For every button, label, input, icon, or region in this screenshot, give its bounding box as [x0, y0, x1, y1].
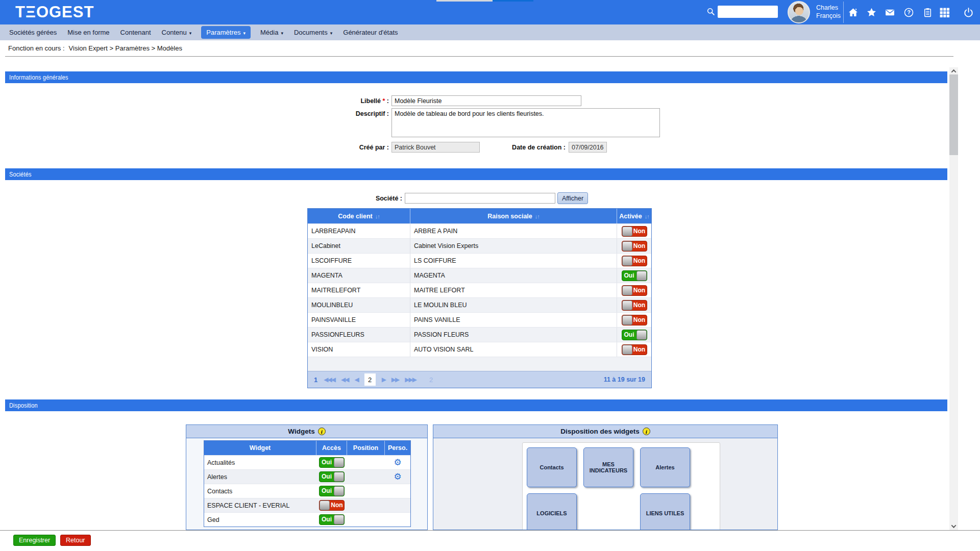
star-icon[interactable] [866, 7, 877, 18]
widget-box-label: LOGICIELS [536, 510, 567, 516]
page-forward-control[interactable]: ▶▶ [391, 376, 399, 383]
toggle-off[interactable]: Non [622, 226, 647, 237]
pagination-range: 11 à 19 sur 19 [604, 376, 645, 383]
page-back-control[interactable]: ◀◀◀ [324, 376, 335, 383]
toggle-off[interactable]: Non [622, 285, 647, 296]
widget-position-cell [347, 470, 385, 484]
toggle-off[interactable]: Non [622, 300, 647, 311]
widget-box-liens-utiles[interactable]: LIENS UTILES [640, 493, 690, 530]
nav-item-mise-en-forme[interactable]: Mise en forme [66, 26, 110, 39]
info-icon[interactable]: i [318, 428, 326, 435]
help-icon[interactable]: ? [903, 7, 914, 18]
widget-box-alertes[interactable]: Alertes [640, 447, 690, 487]
page-forward-control[interactable]: ▶▶▶ [405, 376, 416, 383]
current-page: 2 [364, 373, 376, 386]
widget-perso-cell [385, 513, 410, 527]
gear-icon[interactable]: ⚙ [394, 472, 401, 481]
descriptif-textarea[interactable]: Modèle de tableau de bord pour les clien… [391, 108, 660, 137]
widget-name-cell: ESPACE CLIENT - EVERIAL [204, 498, 316, 512]
toggle-on[interactable]: Oui [319, 486, 345, 496]
column-header-code-client[interactable]: Code client↓↑ [308, 209, 410, 223]
section-header-informations-generales: Informations générales [5, 71, 947, 83]
scrollbar-thumb[interactable] [949, 74, 958, 155]
avatar[interactable] [788, 1, 810, 23]
toggle-label: Non [632, 241, 647, 251]
toggle-label: Non [632, 300, 647, 310]
sort-icon[interactable]: ↓↑ [375, 213, 380, 219]
activee-cell: Non [617, 254, 651, 268]
toggle-off[interactable]: Non [622, 256, 647, 266]
apps-grid-icon[interactable] [939, 7, 950, 18]
toggle-on[interactable]: Oui [319, 457, 345, 468]
libelle-input[interactable] [391, 95, 581, 106]
toggle-off[interactable]: Non [622, 241, 647, 252]
toggle-on[interactable]: Oui [622, 270, 647, 281]
user-name[interactable]: Charles François [816, 4, 841, 20]
scrollbar-up-button[interactable] [949, 67, 958, 75]
activee-cell: Non [617, 283, 651, 297]
nav-item-generateur-d-etats[interactable]: Générateur d'états [342, 26, 399, 39]
gear-icon[interactable]: ⚙ [394, 458, 401, 467]
toggle-on[interactable]: Oui [319, 471, 345, 482]
column-header-label: Raison sociale [487, 213, 532, 220]
back-button[interactable]: Retour [60, 535, 91, 546]
activee-cell: Oui [617, 328, 651, 342]
toggle-label: Non [330, 500, 344, 510]
toggle-knob [622, 300, 632, 310]
table-row: LARBREAPAINARBRE A PAINNon [308, 223, 651, 238]
app-logo[interactable]: TΞOGEST [15, 3, 94, 21]
nav-item-documents[interactable]: Documents▾ [293, 26, 333, 39]
power-icon[interactable] [963, 7, 974, 18]
widget-box-logiciels[interactable]: LOGICIELS [527, 493, 577, 530]
toggle-on[interactable]: Oui [622, 330, 647, 340]
widget-row: ActualitésOui⚙ [204, 455, 410, 469]
column-header-activee[interactable]: Activée↓↑ [617, 209, 651, 223]
widget-row: AlertesOui⚙ [204, 469, 410, 484]
sort-icon[interactable]: ↓↑ [535, 213, 540, 219]
search-input[interactable] [718, 6, 778, 18]
nav-item-parametres[interactable]: Paramètres▾ [201, 26, 251, 39]
widget-acces-cell: Oui [316, 513, 347, 527]
page-back-control[interactable]: ◀◀ [341, 376, 348, 383]
nav-item-label: Documents [294, 29, 328, 36]
page-forward-control[interactable]: ▶ [382, 376, 385, 383]
widget-box-mes-indicateurs[interactable]: MES INDICATEURS [583, 447, 633, 487]
page-back-control[interactable]: ◀ [354, 376, 358, 383]
toggle-knob [334, 486, 344, 496]
nav-item-media[interactable]: Média▾ [259, 26, 284, 39]
activee-cell: Non [617, 342, 651, 357]
toggle-label: Oui [320, 515, 334, 524]
widgets-table-header: WidgetAccèsPositionPerso. [204, 441, 410, 455]
toggle-off[interactable]: Non [319, 500, 345, 511]
notes-icon[interactable] [922, 7, 933, 18]
scrollbar-down-button[interactable] [949, 522, 958, 530]
sort-icon[interactable]: ↓↑ [645, 213, 649, 219]
afficher-button[interactable]: Afficher [557, 192, 588, 204]
nav-item-contenant[interactable]: Contenant [119, 26, 152, 39]
widget-box-contacts[interactable]: Contacts [527, 447, 577, 487]
save-button[interactable]: Enregistrer [13, 535, 56, 546]
column-header-raison-sociale[interactable]: Raison sociale↓↑ [410, 209, 617, 223]
toggle-knob [334, 458, 344, 467]
societe-filter-input[interactable] [405, 193, 555, 204]
toggle-label: Non [632, 227, 647, 236]
nav-item-contenu[interactable]: Contenu▾ [161, 26, 193, 39]
page-first[interactable]: 1 [314, 376, 317, 384]
widgets-table: WidgetAccèsPositionPerso. ActualitésOui⚙… [204, 440, 411, 527]
page-last[interactable]: 2 [429, 376, 433, 384]
societe-filter-label: Société : [332, 195, 402, 202]
table-row: MOULINBLEULE MOULIN BLEUNon [308, 297, 651, 312]
mail-icon[interactable] [884, 7, 895, 18]
code-client-cell: LeCabinet [308, 239, 410, 253]
societes-table-header: Code client↓↑Raison sociale↓↑Activée↓↑ [308, 209, 651, 223]
widget-position-cell [347, 498, 385, 512]
toggle-on[interactable]: Oui [319, 514, 345, 525]
toggle-off[interactable]: Non [622, 315, 647, 325]
info-icon[interactable]: i [643, 428, 650, 435]
widgets-table-body: ActualitésOui⚙AlertesOui⚙ContactsOuiESPA… [204, 455, 410, 527]
nav-item-label: Média [260, 29, 278, 36]
toggle-off[interactable]: Non [622, 344, 647, 355]
nav-item-societes-gerees[interactable]: Sociétés gérées [8, 26, 58, 39]
home-icon[interactable] [847, 7, 859, 18]
toggle-knob [622, 286, 632, 295]
